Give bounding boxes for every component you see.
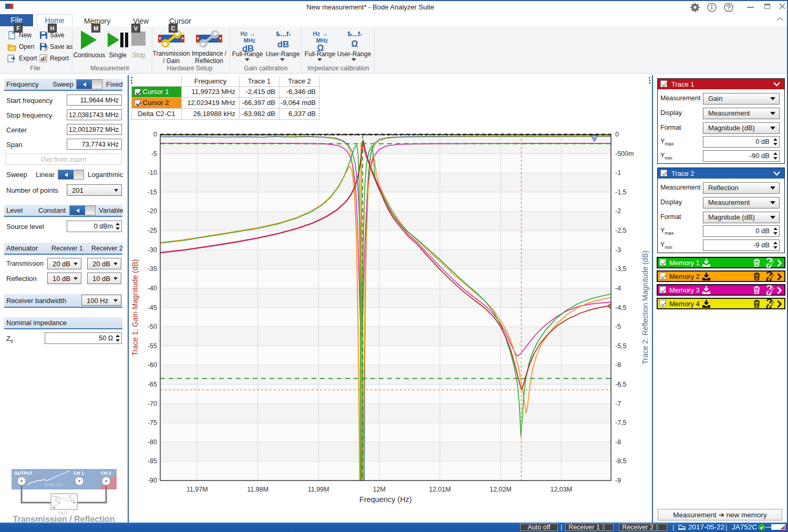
svg-text:-500m: -500m [615,150,634,158]
svg-text:-35: -35 [148,265,157,273]
svg-text:-6,5: -6,5 [615,381,627,388]
svg-text:-15: -15 [148,189,157,196]
svg-text:11: 11 [57,501,61,504]
svg-text:-90: -90 [148,477,157,484]
svg-text:-70: -70 [148,400,157,408]
svg-text:-3: -3 [615,246,621,254]
svg-text:21: 21 [71,498,75,501]
svg-text:-50: -50 [148,323,157,330]
svg-text:-8: -8 [615,439,621,446]
svg-text:-4,5: -4,5 [615,304,627,311]
svg-text:-5: -5 [151,150,157,158]
svg-text:-20: -20 [148,207,157,215]
svg-text:-2: -2 [615,207,621,215]
svg-text:-2,5: -2,5 [615,227,627,234]
svg-text:-3,5: -3,5 [615,265,627,273]
svg-text:-7,5: -7,5 [615,419,627,426]
svg-text:11,99M: 11,99M [308,486,329,493]
svg-text:-65: -65 [148,381,157,388]
svg-text:-30: -30 [148,246,157,254]
svg-text:11,97M: 11,97M [186,486,208,493]
svg-text:CH 1: CH 1 [74,471,84,476]
svg-text:11,98M: 11,98M [247,486,268,493]
svg-text:-7: -7 [615,400,621,408]
svg-text:-6: -6 [615,361,621,369]
svg-text:-85: -85 [148,457,157,465]
svg-text:12M: 12M [373,486,386,493]
svg-text:Trace 1: Gain Magnitude (dB): Trace 1: Gain Magnitude (dB) [131,259,139,356]
svg-text:-75: -75 [148,419,157,426]
svg-text:OUTPUT: OUTPUT [14,471,33,476]
svg-text:-8,5: -8,5 [615,457,627,465]
svg-text:-45: -45 [148,304,157,311]
svg-text:Bode 100: Bode 100 [45,482,63,487]
svg-text:-10: -10 [148,169,157,176]
svg-text:CH 2: CH 2 [101,471,111,476]
svg-text:0: 0 [615,131,619,138]
svg-text:0: 0 [153,131,157,138]
svg-text:-60: -60 [148,361,157,369]
svg-text:-9: -9 [615,477,621,484]
svg-text:-55: -55 [148,342,157,350]
svg-text:-5,5: -5,5 [615,342,627,350]
svg-text:-5: -5 [615,323,621,330]
svg-text:12,03M: 12,03M [550,486,572,493]
svg-text:Frequency (Hz): Frequency (Hz) [359,495,412,504]
svg-text:-80: -80 [148,439,157,446]
svg-text:Trace 2: Reflection Magnitude: Trace 2: Reflection Magnitude (dB) [641,251,649,364]
svg-text:-1,5: -1,5 [615,189,627,196]
svg-text:-4: -4 [615,285,621,292]
svg-text:-1: -1 [615,169,621,176]
svg-text:12,02M: 12,02M [490,486,512,493]
svg-text:-25: -25 [148,227,157,234]
svg-text:-40: -40 [148,285,157,292]
svg-text:12,01M: 12,01M [429,486,451,493]
